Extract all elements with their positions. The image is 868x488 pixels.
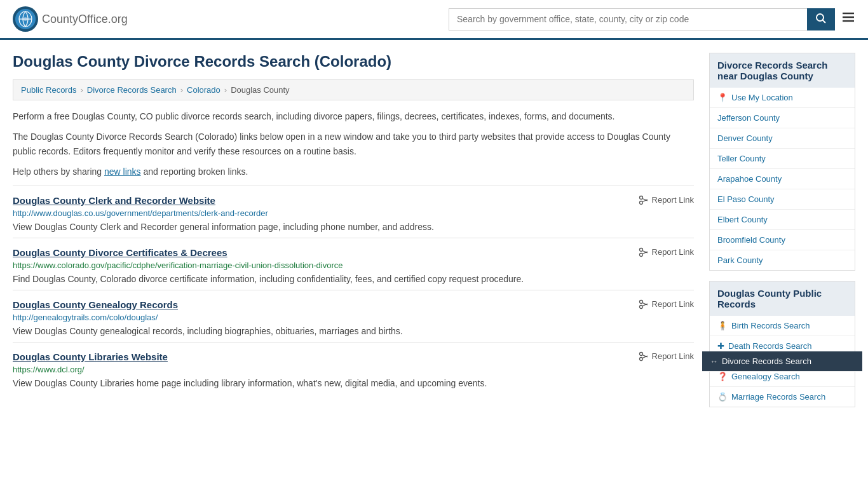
marriage-icon: 💍 — [717, 392, 728, 402]
search-input[interactable] — [449, 8, 807, 30]
logo[interactable]: CountyOffice.org — [13, 6, 128, 32]
logo-text: CountyOffice.org — [42, 13, 128, 26]
sidebar-genealogy-search[interactable]: ❓ Genealogy Search — [710, 367, 855, 387]
report-link-btn-libraries[interactable]: Report Link — [639, 351, 694, 362]
breadcrumb: Public Records › Divorce Records Search … — [13, 79, 694, 100]
record-url-2: https://www.colorado.gov/pacific/cdphe/v… — [13, 261, 694, 270]
search-area — [449, 8, 855, 30]
sidebar-use-my-location[interactable]: 📍 Use My Location — [710, 88, 855, 108]
birth-icon: 🧍 — [717, 321, 728, 330]
jefferson-county-link[interactable]: Jefferson County — [717, 113, 847, 123]
svg-point-17 — [639, 305, 642, 308]
birth-records-link[interactable]: 🧍 Birth Records Search — [717, 321, 847, 330]
svg-point-16 — [639, 300, 642, 303]
svg-line-4 — [823, 20, 826, 23]
sidebar-el-paso-county[interactable]: El Paso County — [710, 189, 855, 210]
breadcrumb-current: Douglas County — [231, 85, 290, 95]
logo-icon — [13, 6, 38, 32]
scissors-icon-1 — [639, 195, 649, 205]
description-3: Help others by sharing new links and rep… — [13, 165, 694, 179]
record-desc-4: View Douglas County Libraries home page … — [13, 377, 694, 390]
record-item-header-2: Douglas County Divorce Certificates & De… — [13, 247, 694, 258]
sidebar-jefferson-county[interactable]: Jefferson County — [710, 108, 855, 128]
sidebar-public-records-header: Douglas County Public Records — [710, 281, 855, 316]
sidebar-broomfield-county[interactable]: Broomfield County — [710, 230, 855, 250]
marriage-records-link[interactable]: 💍 Marriage Records Search — [717, 392, 847, 402]
genealogy-search-link[interactable]: ❓ Genealogy Search — [717, 372, 847, 381]
sidebar-teller-county[interactable]: Teller County — [710, 149, 855, 169]
sidebar-nearby-list: 📍 Use My Location Jefferson County Denve… — [710, 88, 855, 270]
content-area: Douglas County Divorce Records Search (C… — [13, 53, 694, 417]
search-button[interactable] — [807, 8, 835, 30]
record-item-divorce-certs: Douglas County Divorce Certificates & De… — [13, 238, 694, 290]
breadcrumb-divorce-records-search[interactable]: Divorce Records Search — [87, 85, 177, 95]
report-link-btn-divorce-certs[interactable]: Report Link — [639, 247, 694, 257]
sidebar-nearby-section: Divorce Records Search near Douglas Coun… — [709, 53, 855, 271]
sidebar-elbert-county[interactable]: Elbert County — [710, 210, 855, 230]
sidebar: Divorce Records Search near Douglas Coun… — [709, 53, 855, 417]
description-2: The Douglas County Divorce Records Searc… — [13, 130, 694, 158]
breadcrumb-colorado[interactable]: Colorado — [187, 85, 220, 95]
record-item-header-4: Douglas County Libraries Website Report … — [13, 351, 694, 362]
record-title-divorce-certs[interactable]: Douglas County Divorce Certificates & De… — [13, 247, 227, 258]
record-item-header-3: Douglas County Genealogy Records Report … — [13, 299, 694, 310]
divorce-records-link[interactable]: ↔ Divorce Records Search — [710, 356, 855, 366]
description-1: Perform a free Douglas County, CO public… — [13, 109, 694, 123]
header: CountyOffice.org — [0, 0, 868, 40]
broomfield-county-link[interactable]: Broomfield County — [717, 235, 847, 245]
report-link-btn-clerk-recorder[interactable]: Report Link — [639, 195, 694, 205]
breadcrumb-public-records[interactable]: Public Records — [21, 85, 76, 95]
denver-county-link[interactable]: Denver County — [717, 133, 847, 143]
record-item-header: Douglas County Clerk and Recorder Websit… — [13, 195, 694, 206]
death-icon: ✚ — [717, 341, 724, 351]
scissors-icon-3 — [639, 299, 649, 309]
record-title-genealogy[interactable]: Douglas County Genealogy Records — [13, 299, 178, 310]
hamburger-icon — [841, 10, 855, 24]
svg-point-8 — [639, 196, 642, 199]
record-desc-2: Find Douglas County, Colorado divorce ce… — [13, 273, 694, 286]
svg-point-9 — [639, 201, 642, 204]
death-records-link[interactable]: ✚ Death Records Search — [717, 341, 847, 351]
main-layout: Douglas County Divorce Records Search (C… — [0, 40, 868, 430]
sidebar-nearby-header: Divorce Records Search near Douglas Coun… — [710, 53, 855, 88]
record-title-libraries[interactable]: Douglas County Libraries Website — [13, 351, 168, 362]
sidebar-denver-county[interactable]: Denver County — [710, 128, 855, 149]
record-item-genealogy: Douglas County Genealogy Records Report … — [13, 290, 694, 342]
record-item-libraries: Douglas County Libraries Website Report … — [13, 342, 694, 394]
scissors-icon-2 — [639, 247, 649, 257]
use-my-location-label: Use My Location — [731, 93, 793, 102]
sidebar-birth-records[interactable]: 🧍 Birth Records Search — [710, 316, 855, 336]
breadcrumb-sep-2: › — [180, 85, 183, 95]
records-list: Douglas County Clerk and Recorder Websit… — [13, 186, 694, 394]
record-desc-3: View Douglas County genealogical records… — [13, 325, 694, 338]
svg-point-2 — [24, 17, 27, 21]
sidebar-public-records-list: 🧍 Birth Records Search ✚ Death Records S… — [710, 316, 855, 407]
park-county-link[interactable]: Park County — [717, 255, 847, 265]
svg-point-13 — [639, 253, 642, 256]
report-link-btn-genealogy[interactable]: Report Link — [639, 299, 694, 309]
svg-point-20 — [639, 352, 642, 355]
genealogy-icon: ❓ — [717, 372, 728, 381]
divorce-icon: ↔ — [710, 356, 718, 366]
arapahoe-county-link[interactable]: Arapahoe County — [717, 174, 847, 184]
page-title: Douglas County Divorce Records Search (C… — [13, 53, 694, 71]
sidebar-marriage-records[interactable]: 💍 Marriage Records Search — [710, 387, 855, 407]
svg-point-21 — [639, 357, 642, 360]
record-url-4: https://www.dcl.org/ — [13, 365, 694, 374]
record-url-1: http://www.douglas.co.us/government/depa… — [13, 208, 694, 218]
sidebar-arapahoe-county[interactable]: Arapahoe County — [710, 169, 855, 189]
scissors-icon-4 — [639, 351, 649, 362]
sidebar-public-records-section: Douglas County Public Records 🧍 Birth Re… — [709, 281, 855, 407]
use-my-location-link[interactable]: 📍 Use My Location — [717, 93, 847, 102]
menu-button[interactable] — [841, 8, 855, 30]
svg-point-3 — [817, 14, 824, 21]
elbert-county-link[interactable]: Elbert County — [717, 215, 847, 224]
new-links-link[interactable]: new links — [104, 166, 141, 177]
record-title-clerk-recorder[interactable]: Douglas County Clerk and Recorder Websit… — [13, 195, 215, 206]
search-icon — [816, 13, 826, 24]
svg-point-12 — [639, 248, 642, 251]
el-paso-county-link[interactable]: El Paso County — [717, 194, 847, 204]
teller-county-link[interactable]: Teller County — [717, 154, 847, 163]
sidebar-park-county[interactable]: Park County — [710, 250, 855, 270]
record-desc-1: View Douglas County Clerk and Recorder g… — [13, 220, 694, 234]
